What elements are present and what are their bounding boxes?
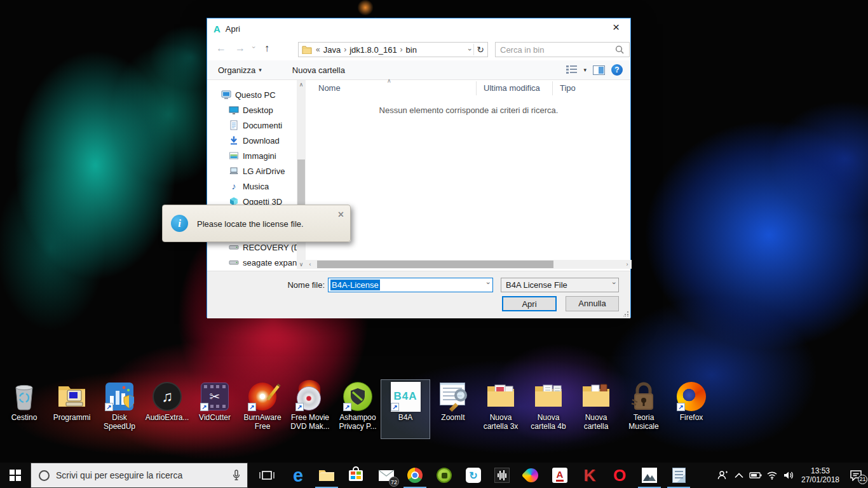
recent-locations-chevron-icon[interactable]: › [250, 46, 257, 48]
notification-badge: 21 [858, 475, 867, 484]
folder-photos-icon [485, 381, 516, 412]
taskbar-search[interactable] [31, 463, 248, 488]
taskbar-b4a-bridge[interactable] [430, 463, 458, 488]
taskbar-chrome[interactable] [401, 463, 429, 488]
horizontal-scrollbar[interactable]: ‹ › [306, 260, 632, 269]
desktop-icon-b4a[interactable]: B4A ↗ B4A [381, 380, 430, 438]
audio-extractor-icon: ♫ [152, 381, 182, 412]
desktop-icon-nuova-cartella[interactable]: Nuova cartella [572, 380, 620, 438]
desktop-icon-vidcutter[interactable]: ✂ ↗ VidCutter [191, 380, 239, 438]
search-box[interactable] [495, 42, 630, 57]
desktop-icon-label: Teoria Musicale [620, 413, 668, 431]
cancel-button[interactable]: Annulla [566, 296, 619, 311]
column-divider[interactable] [476, 81, 477, 95]
column-ultima-modifica[interactable]: Ultima modifica [484, 83, 540, 93]
view-mode-chevron-icon[interactable]: ▾ [583, 67, 587, 73]
sidebar-item-lg-airdrive[interactable]: LG AirDrive [229, 164, 306, 178]
sidebar-item-desktop[interactable]: Desktop [229, 103, 306, 117]
taskbar-autocad[interactable]: A [546, 463, 574, 488]
column-nome[interactable]: Nome [318, 83, 341, 93]
taskbar-notepad[interactable] [665, 463, 693, 488]
close-icon[interactable]: × [602, 18, 630, 37]
desktop-icon-burnaware[interactable]: ↗ BurnAware Free [238, 380, 287, 438]
taskbar-mail[interactable]: 72 [372, 463, 400, 488]
taskbar-file-explorer[interactable] [313, 463, 341, 488]
new-folder-button[interactable]: Nuova cartella [287, 60, 351, 79]
filename-label: Nome file: [258, 280, 325, 290]
organize-button[interactable]: Organizza ▾ [212, 60, 268, 79]
shortcut-arrow-icon: ↗ [105, 403, 113, 411]
tooltip-close-icon[interactable]: × [338, 209, 344, 220]
hidden-icons-chevron-icon[interactable] [731, 463, 747, 488]
taskbar-edge[interactable]: e [284, 463, 312, 488]
breadcrumb-java[interactable]: Java [322, 45, 342, 55]
sidebar-item-questo-pc[interactable]: Questo PC [221, 88, 306, 102]
forward-icon[interactable]: → [235, 43, 245, 54]
scrollbar-thumb[interactable] [317, 261, 553, 268]
desktop-icon-zoomit[interactable]: ZoomIt [429, 380, 477, 438]
scrollbar-thumb[interactable] [297, 159, 305, 210]
column-tipo[interactable]: Tipo [560, 83, 576, 93]
sidebar-item-documenti[interactable]: Documenti [229, 118, 306, 132]
chrome-icon [407, 468, 423, 483]
action-center-button[interactable]: 21 [844, 463, 868, 488]
breadcrumb-jdk[interactable]: jdk1.8.0_161 [348, 45, 398, 55]
taskbar-photos[interactable] [635, 463, 663, 488]
breadcrumb-collapsed[interactable]: « [315, 45, 322, 54]
clock-time: 13:53 [797, 466, 844, 475]
task-view-button[interactable] [254, 463, 280, 488]
open-button[interactable]: Apri [502, 296, 557, 311]
taskbar-kaspersky[interactable]: K [576, 463, 604, 488]
folder-book-icon [581, 381, 611, 412]
filename-input[interactable]: B4A-License › [328, 278, 493, 292]
crumb-separator-icon: › [342, 45, 348, 54]
column-divider[interactable] [552, 81, 553, 95]
address-bar[interactable]: « Java › jdk1.8.0_161 › bin › ↻ [298, 42, 488, 57]
battery-icon[interactable] [747, 463, 764, 488]
filetype-select[interactable]: B4A License File › [501, 278, 619, 292]
start-button[interactable] [0, 463, 31, 488]
desktop-icon-nuova-cartella-4b[interactable]: Nuova cartella 4b [524, 380, 573, 438]
taskbar-paint-app[interactable] [517, 463, 545, 488]
desktop-icon-ashampoo-privacy[interactable]: ↗ Ashampoo Privacy P... [334, 380, 382, 438]
resize-grip[interactable] [623, 311, 628, 316]
back-icon[interactable]: ← [216, 43, 226, 54]
desktop-icon-free-movie-dvd[interactable]: ↗ Free Movie DVD Mak... [286, 380, 334, 438]
help-icon[interactable]: ? [611, 64, 623, 76]
desktop-icon-programmi[interactable]: Programmi [48, 380, 96, 438]
desktop-icon-audioextractor[interactable]: ♫ AudioExtra... [143, 380, 191, 438]
sidebar-item-recovery-d[interactable]: RECOVERY (D:) [229, 240, 306, 254]
scroll-up-icon[interactable]: ∧ [297, 80, 306, 89]
preview-pane-icon[interactable] [593, 65, 605, 75]
scroll-left-icon[interactable]: ‹ [306, 260, 315, 269]
desktop-icon-recycle-bin[interactable]: Cestino [0, 380, 48, 438]
breadcrumb-bin[interactable]: bin [404, 45, 419, 55]
scroll-down-icon[interactable]: ∨ [297, 260, 306, 269]
sidebar-item-label: RECOVERY (D:) [243, 243, 305, 252]
filename-dropdown-chevron-icon[interactable]: › [485, 281, 493, 288]
up-icon[interactable]: ↑ [264, 43, 269, 54]
desktop-icon-nuova-cartella-3x[interactable]: Nuova cartella 3x [477, 380, 525, 438]
taskbar-opera[interactable]: O [606, 463, 634, 488]
refresh-icon[interactable]: ↻ [477, 44, 484, 55]
address-dropdown-chevron-icon[interactable]: › [466, 48, 473, 51]
sidebar-item-seagate[interactable]: seagate expansio [229, 255, 306, 269]
taskbar-audio-editor[interactable] [488, 463, 516, 488]
taskbar-phone-sync[interactable]: ↻ [459, 463, 487, 488]
taskbar-clock[interactable]: 13:53 27/01/2018 [797, 466, 844, 484]
wifi-icon[interactable] [764, 463, 780, 488]
taskbar-store[interactable] [342, 463, 370, 488]
sidebar-item-immagini[interactable]: Immagini [229, 149, 306, 163]
microphone-icon[interactable] [232, 470, 241, 481]
scroll-right-icon[interactable]: › [623, 260, 632, 269]
search-input[interactable] [496, 45, 615, 55]
desktop-icon-firefox[interactable]: ↗ Firefox [667, 380, 715, 438]
sidebar-item-musica[interactable]: ♪ Musica [229, 179, 306, 193]
sidebar-item-download[interactable]: Download [229, 133, 306, 147]
view-mode-icon[interactable] [566, 65, 577, 75]
people-icon[interactable] [714, 463, 731, 488]
desktop-icon-teoria-musicale[interactable]: Teoria Musicale [620, 380, 668, 438]
volume-icon[interactable] [780, 463, 797, 488]
desktop-icon-disk-speedup[interactable]: ↗ Disk SpeedUp [95, 380, 144, 438]
taskbar-search-input[interactable] [56, 470, 226, 480]
